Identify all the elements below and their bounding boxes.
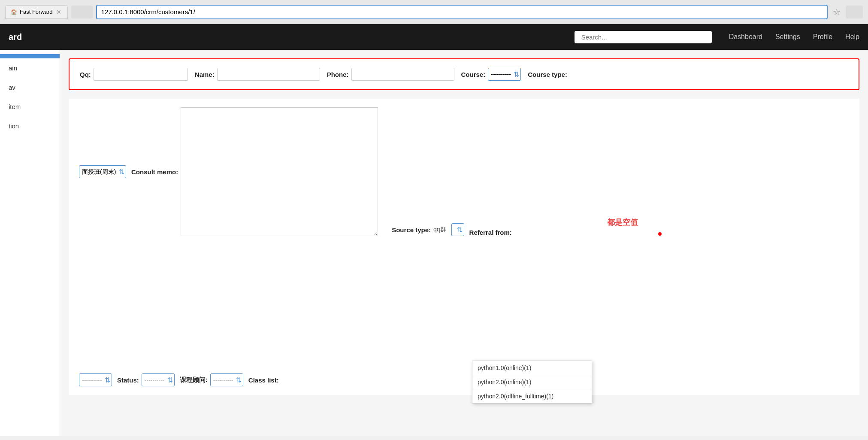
class-list-dropdown[interactable]: python1.0(online)(1) python2.0(online)(1…: [472, 361, 592, 404]
tab-favicon: 🏠: [11, 9, 17, 15]
sidebar-item-label: ain: [9, 64, 17, 72]
row3-left-select[interactable]: ----------: [79, 373, 112, 386]
navbar-brand: ard: [9, 32, 22, 42]
sidebar-item-label: item: [9, 103, 21, 110]
dropdown-item-2[interactable]: python2.0(offline_fulltime)(1): [472, 389, 592, 403]
course-label: Course:: [461, 71, 486, 78]
browser-menu-button[interactable]: [846, 6, 863, 18]
course-advisor-label: 课程顾问:: [180, 376, 208, 384]
customer-form: Qq: Name: Phone: Course:: [69, 58, 859, 90]
nav-settings[interactable]: Settings: [775, 33, 800, 41]
sidebar-item-av[interactable]: av: [0, 78, 60, 97]
empty-note: 都是空值: [607, 217, 638, 228]
browser-tab[interactable]: 🏠 Fast Forward ✕: [5, 5, 68, 19]
course-select-wrapper: ---------- ⇅: [488, 68, 521, 81]
status-select[interactable]: ----------: [142, 373, 175, 386]
bookmark-icon[interactable]: ☆: [833, 7, 841, 17]
red-dot: [658, 232, 662, 236]
dropdown-item-1[interactable]: python2.0(online)(1): [472, 375, 592, 389]
search-input[interactable]: [575, 31, 712, 43]
layout: ain av item tion Qq:: [0, 50, 868, 436]
name-label: Name:: [195, 71, 215, 78]
phone-label: Phone:: [327, 71, 349, 78]
course-advisor-select[interactable]: ----------: [210, 373, 243, 386]
phone-field-group: Phone:: [327, 68, 454, 81]
course-advisor-group: 课程顾问: ---------- ⇅: [180, 373, 243, 386]
navbar: ard Dashboard Settings Profile Help: [0, 24, 868, 50]
form-row-2: 面授班(周末) ⇅ Consult memo: Source type: qq群: [79, 107, 849, 236]
consult-memo-textarea[interactable]: [181, 107, 378, 236]
nav-dashboard[interactable]: Dashboard: [729, 33, 762, 41]
consult-memo-label: Consult memo:: [131, 168, 178, 176]
address-bar[interactable]: 127.0.0.1:8000/crm/customers/1/: [96, 5, 828, 19]
source-type-select-wrapper: ⇅: [451, 223, 464, 236]
course-select[interactable]: ----------: [488, 68, 521, 81]
sidebar-item-tion[interactable]: tion: [0, 116, 60, 136]
qq-label: Qq:: [80, 71, 91, 78]
url-display: 127.0.0.1:8000/crm/customers/1/: [101, 8, 195, 15]
course-advisor-select-wrapper: ---------- ⇅: [210, 373, 243, 386]
form-row-3: ---------- ⇅ Status: ---------- ⇅: [79, 373, 849, 386]
new-tab-button[interactable]: [71, 6, 93, 18]
page-wrapper: 🏠 Fast Forward ✕ 127.0.0.1:8000/crm/cust…: [0, 0, 868, 436]
address-bar-row: 127.0.0.1:8000/crm/customers/1/ ☆: [96, 5, 863, 19]
nav-profile[interactable]: Profile: [813, 33, 832, 41]
qq-field-group: Qq:: [80, 68, 188, 81]
browser-chrome: 🏠 Fast Forward ✕ 127.0.0.1:8000/crm/cust…: [0, 0, 868, 24]
sidebar-item-item[interactable]: item: [0, 97, 60, 116]
name-field-group: Name:: [195, 68, 320, 81]
class-list-group: Class list:: [248, 376, 279, 384]
dropdown-item-0[interactable]: python1.0(online)(1): [472, 361, 592, 375]
course-type-field-group: Course type:: [528, 71, 567, 78]
sidebar-top-bar: [0, 54, 60, 58]
source-type-group: Source type: qq群 ⇅: [392, 223, 464, 236]
form-row-1: Qq: Name: Phone: Course:: [80, 68, 848, 81]
main-content: Qq: Name: Phone: Course:: [60, 50, 868, 436]
tab-close-button[interactable]: ✕: [55, 9, 62, 15]
consult-memo-group: Consult memo:: [131, 107, 378, 236]
status-group: Status: ---------- ⇅: [117, 373, 175, 386]
course-type-label: Course type:: [528, 71, 567, 78]
row3-left-wrapper: ---------- ⇅: [79, 373, 112, 386]
sidebar-item-ain[interactable]: ain: [0, 58, 60, 78]
nav-help[interactable]: Help: [845, 33, 859, 41]
sidebar-item-label: av: [9, 84, 15, 91]
name-input[interactable]: [217, 68, 320, 81]
referral-from-group: Referral from:: [469, 229, 512, 236]
qq-input[interactable]: [94, 68, 188, 81]
status-select-wrapper: ---------- ⇅: [142, 373, 175, 386]
sidebar: ain av item tion: [0, 50, 60, 436]
phone-input[interactable]: [351, 68, 454, 81]
source-type-label: Source type:: [392, 226, 431, 234]
referral-from-label: Referral from:: [469, 229, 512, 236]
course-field-group: Course: ---------- ⇅: [461, 68, 521, 81]
below-form-area: 面授班(周末) ⇅ Consult memo: Source type: qq群: [69, 99, 859, 395]
source-type-select[interactable]: [451, 223, 464, 236]
class-type-wrapper: 面授班(周末) ⇅: [79, 165, 126, 178]
class-type-select[interactable]: 面授班(周末): [79, 165, 126, 178]
navbar-links: Dashboard Settings Profile Help: [729, 33, 859, 41]
sidebar-item-label: tion: [9, 122, 19, 130]
class-list-label: Class list:: [248, 376, 279, 384]
status-label: Status:: [117, 376, 139, 384]
source-type-value: qq群: [433, 226, 446, 234]
tab-title: Fast Forward: [20, 9, 53, 15]
